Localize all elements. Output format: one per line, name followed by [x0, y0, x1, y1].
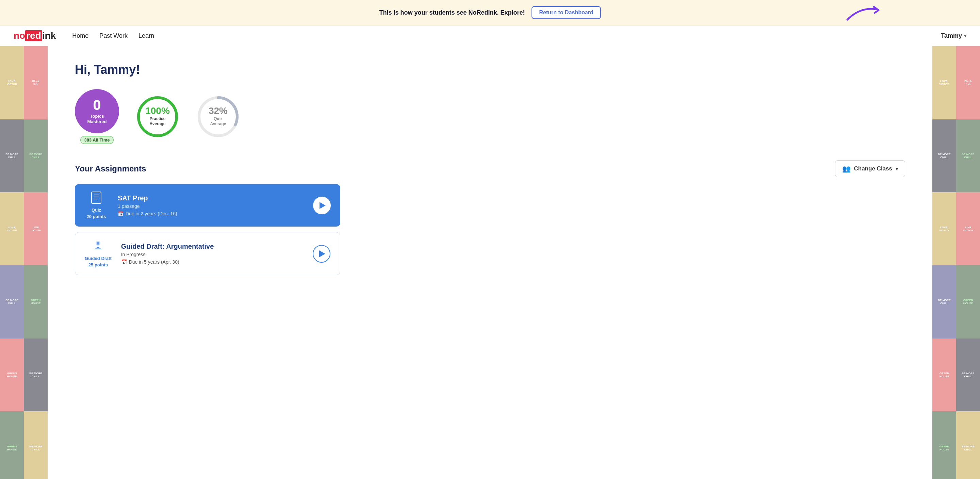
svg-point-9	[97, 242, 99, 245]
r-book-cover-11: GREENHOUSE	[932, 411, 956, 479]
left-side-panel: LOVE,VICTOR Blackfish BE MORECHILL BE MO…	[0, 46, 48, 479]
book-cover-6: LIVEVICTOR	[24, 192, 48, 265]
r-book-cover-2: Blackfish	[956, 46, 980, 119]
nav-user-menu[interactable]: Tammy ▾	[941, 32, 966, 40]
book-cover-2: Blackfish	[24, 46, 48, 119]
arrow-decoration	[844, 3, 885, 23]
topics-mastered-value: 0	[93, 98, 101, 112]
logo-ink: ink	[42, 30, 56, 41]
sat-prep-due: 📅 Due in 2 years (Dec. 16)	[118, 211, 304, 216]
change-class-label: Change Class	[854, 166, 892, 172]
all-time-num: 383	[84, 137, 92, 143]
r-book-cover-6: LIVEVICTOR	[956, 192, 980, 265]
page-wrapper: LOVE,VICTOR Blackfish BE MORECHILL BE MO…	[0, 46, 980, 479]
nav-user-name: Tammy	[941, 32, 962, 40]
quiz-icon	[91, 191, 102, 206]
sat-prep-info: SAT Prep 1 passage 📅 Due in 2 years (Dec…	[118, 194, 304, 216]
nav: noredink Home Past Work Learn Tammy ▾	[0, 25, 980, 46]
r-book-cover-7: BE MORECHILL	[932, 265, 956, 339]
topics-mastered-circle: 0 TopicsMastered	[75, 89, 119, 134]
practice-average-label: PracticeAverage	[150, 116, 166, 127]
all-time-badge: 383 All Time	[80, 136, 113, 144]
assignment-card-sat-prep: Quiz 20 points SAT Prep 1 passage 📅 Due …	[75, 184, 340, 227]
quiz-average-inner: 32% QuizAverage	[208, 106, 228, 127]
r-book-cover-5: LOVE,VICTOR	[932, 192, 956, 265]
practice-average-inner: 100% PracticeAverage	[145, 106, 170, 127]
change-class-button[interactable]: 👥 Change Class ▾	[835, 160, 905, 177]
sat-prep-points: 20 points	[86, 214, 106, 219]
book-cover-1: LOVE,VICTOR	[0, 46, 24, 119]
quiz-average-stat: 32% QuizAverage	[196, 95, 240, 139]
topics-mastered-stat: 0 TopicsMastered 383 All Time	[75, 89, 119, 144]
r-book-cover-3: BE MORECHILL	[932, 119, 956, 193]
assignment-card-guided-draft: Guided Draft 25 points Guided Draft: Arg…	[75, 232, 340, 275]
topics-mastered-label: TopicsMastered	[87, 114, 107, 124]
r-book-cover-4: BE MORECHILL	[956, 119, 980, 193]
guided-draft-play-button[interactable]	[313, 245, 331, 263]
sat-prep-subtitle: 1 passage	[118, 204, 304, 209]
practice-average-circle: 100% PracticeAverage	[135, 95, 180, 139]
main-content: Hi, Tammy! 0 TopicsMastered 383 All Time	[48, 46, 932, 479]
group-icon: 👥	[842, 165, 851, 173]
stats-row: 0 TopicsMastered 383 All Time 100%	[75, 89, 905, 144]
quiz-average-circle: 32% QuizAverage	[196, 95, 240, 139]
return-to-dashboard-button[interactable]: Return to Dashboard	[531, 6, 601, 19]
play-triangle-icon	[320, 202, 326, 209]
book-cover-3: BE MORECHILL	[0, 119, 24, 193]
nav-learn[interactable]: Learn	[138, 32, 154, 40]
guided-draft-info: Guided Draft: Argumentative In Progress …	[121, 243, 303, 265]
guided-draft-due: 📅 Due in 5 years (Apr. 30)	[121, 259, 303, 265]
right-side-panel: LOVE,VICTOR Blackfish BE MORECHILL BE MO…	[932, 46, 980, 479]
logo-red: red	[25, 30, 42, 41]
svg-rect-4	[92, 192, 101, 204]
draft-icon	[92, 240, 104, 255]
change-class-chevron: ▾	[896, 166, 898, 172]
banner-text: This is how your students see NoRedInk. …	[379, 9, 525, 16]
nav-home[interactable]: Home	[72, 32, 89, 40]
guided-draft-title: Guided Draft: Argumentative	[121, 243, 303, 250]
guided-draft-subtitle: In Progress	[121, 252, 303, 257]
r-book-cover-10: BE MORECHILL	[956, 339, 980, 412]
greeting: Hi, Tammy!	[75, 63, 905, 77]
top-banner: This is how your students see NoRedInk. …	[0, 0, 980, 25]
book-cover-4: BE MORECHILL	[24, 119, 48, 193]
guided-draft-type: Guided Draft	[85, 256, 111, 261]
sat-prep-play-button[interactable]	[313, 197, 331, 214]
r-book-cover-12: BE MORECHILL	[956, 411, 980, 479]
book-cover-5: LOVE,VICTOR	[0, 192, 24, 265]
sat-prep-type: Quiz	[92, 207, 101, 213]
book-cover-7: BE MORECHILL	[0, 265, 24, 339]
book-cover-10: BE MORECHILL	[24, 339, 48, 412]
r-book-cover-8: GREENHOUSE	[956, 265, 980, 339]
nav-links: Home Past Work Learn	[72, 32, 154, 40]
calendar-icon: 📅	[118, 211, 124, 216]
calendar-icon-2: 📅	[121, 259, 127, 265]
book-cover-8: GREENHOUSE	[24, 265, 48, 339]
nav-user-chevron: ▾	[964, 33, 966, 38]
play-triangle-icon-2	[319, 250, 325, 257]
assignments-title: Your Assignments	[75, 164, 146, 173]
book-cover-11: GREENHOUSE	[0, 411, 24, 479]
logo[interactable]: noredink	[14, 30, 56, 41]
book-cover-12: BE MORECHILL	[24, 411, 48, 479]
practice-average-stat: 100% PracticeAverage	[135, 95, 180, 139]
nav-past-work[interactable]: Past Work	[99, 32, 127, 40]
sat-prep-icon-area: Quiz 20 points	[84, 191, 108, 219]
guided-draft-icon-area: Guided Draft 25 points	[85, 240, 111, 267]
logo-no: no	[14, 30, 25, 41]
quiz-average-label: QuizAverage	[210, 116, 226, 127]
r-book-cover-1: LOVE,VICTOR	[932, 46, 956, 119]
book-cover-9: GREENHOUSE	[0, 339, 24, 412]
sat-prep-title: SAT Prep	[118, 194, 304, 202]
r-book-cover-9: GREENHOUSE	[932, 339, 956, 412]
assignments-header: Your Assignments 👥 Change Class ▾	[75, 160, 905, 177]
quiz-average-value: 32%	[208, 106, 228, 116]
guided-draft-points: 25 points	[89, 262, 108, 267]
all-time-label: All Time	[92, 137, 110, 143]
practice-average-value: 100%	[145, 106, 170, 116]
